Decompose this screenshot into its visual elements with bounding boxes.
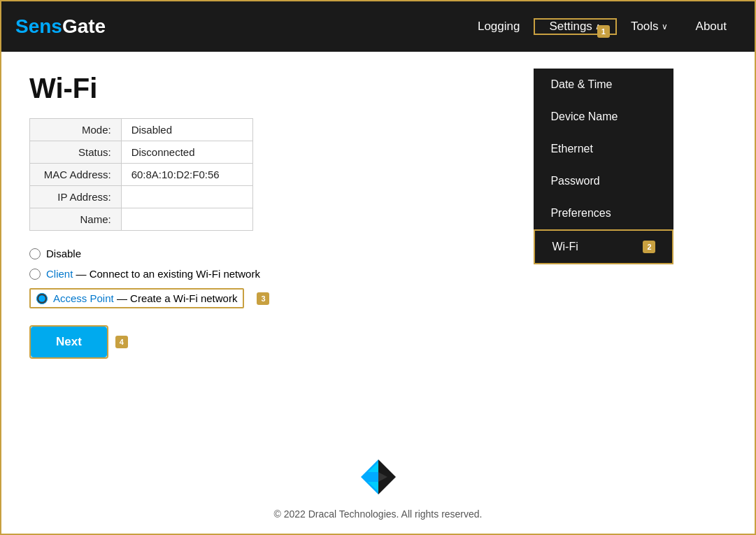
- ip-label: IP Address:: [30, 186, 122, 208]
- copyright-text: © 2022 Dracal Technologies. All rights r…: [274, 508, 483, 520]
- table-row: Mode: Disabled: [30, 119, 253, 141]
- ip-value: [121, 186, 252, 208]
- navbar: SensGate Logging Settings ∧ 1 Date & Tim…: [1, 1, 755, 52]
- dropdown-item-password[interactable]: Password: [534, 165, 673, 197]
- next-button-wrap: Next 4: [29, 325, 727, 359]
- access-point-row: Access Point — Create a Wi-Fi network 3: [29, 288, 727, 308]
- access-point-radio[interactable]: [36, 293, 48, 304]
- status-label: Status:: [30, 141, 122, 164]
- mode-value: Disabled: [121, 119, 252, 141]
- disable-radio[interactable]: [29, 248, 41, 259]
- dropdown-item-devicename[interactable]: Device Name: [534, 101, 673, 133]
- nav-tools[interactable]: Tools ∨: [617, 1, 682, 52]
- next-button[interactable]: Next: [31, 327, 107, 357]
- sensgate-logo: [354, 452, 403, 501]
- table-row: Name:: [30, 208, 253, 231]
- dropdown-item-wifi[interactable]: Wi-Fi 2: [534, 229, 673, 264]
- dropdown-item-preferences[interactable]: Preferences: [534, 197, 673, 229]
- access-point-badge: 3: [257, 292, 269, 305]
- table-row: IP Address:: [30, 186, 253, 208]
- nav-about[interactable]: About: [682, 1, 741, 52]
- name-label: Name:: [30, 208, 122, 231]
- client-radio-label[interactable]: Client — Connect to an existing Wi-Fi ne…: [29, 268, 727, 280]
- brand-part1: Sens: [15, 15, 62, 37]
- mac-value: 60:8A:10:D2:F0:56: [121, 164, 252, 186]
- wifi-info-table: Mode: Disabled Status: Disconnected MAC …: [29, 118, 253, 231]
- client-radio[interactable]: [29, 269, 41, 280]
- client-link[interactable]: Client: [46, 268, 73, 280]
- settings-badge: 1: [597, 25, 610, 38]
- access-point-highlighted: Access Point — Create a Wi-Fi network: [29, 288, 244, 308]
- access-point-text: Access Point — Create a Wi-Fi network: [53, 292, 237, 304]
- table-row: MAC Address: 60:8A:10:D2:F0:56: [30, 164, 253, 186]
- disable-text: Disable: [46, 248, 81, 259]
- brand-logo: SensGate: [15, 15, 106, 38]
- nav-logging[interactable]: Logging: [464, 1, 534, 52]
- footer: © 2022 Dracal Technologies. All rights r…: [1, 438, 755, 534]
- next-badge: 4: [115, 336, 128, 348]
- app-window: SensGate Logging Settings ∧ 1 Date & Tim…: [0, 0, 756, 535]
- name-value: [121, 208, 252, 231]
- brand-part2: Gate: [62, 15, 106, 37]
- settings-dropdown: Date & Time Device Name Ethernet Passwor…: [534, 69, 673, 264]
- wifi-menu-badge: 2: [643, 241, 655, 253]
- tools-chevron-icon: ∨: [662, 22, 668, 31]
- dropdown-item-ethernet[interactable]: Ethernet: [534, 133, 673, 165]
- table-row: Status: Disconnected: [30, 141, 253, 164]
- client-text: Client — Connect to an existing Wi-Fi ne…: [46, 268, 260, 280]
- mac-label: MAC Address:: [30, 164, 122, 186]
- access-point-link[interactable]: Access Point: [53, 292, 114, 304]
- dropdown-item-datetime[interactable]: Date & Time: [534, 69, 673, 101]
- next-btn-border: Next: [29, 325, 108, 359]
- status-value: Disconnected: [121, 141, 252, 164]
- mode-label: Mode:: [30, 119, 122, 141]
- settings-wrapper: Settings ∧ 1 Date & Time Device Name Eth…: [534, 18, 616, 35]
- nav-items: Logging Settings ∧ 1 Date & Time Device …: [464, 1, 741, 52]
- nav-settings[interactable]: Settings ∧ 1: [534, 18, 616, 35]
